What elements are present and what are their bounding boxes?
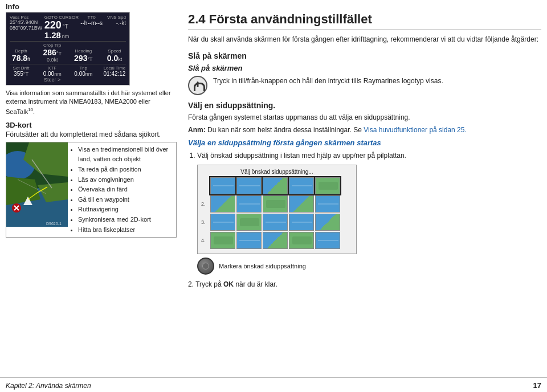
device-note: Visa information som sammanställts i det… xyxy=(6,89,177,116)
valj-desc: Första gången systemet startas uppmanas … xyxy=(188,112,541,122)
step2-text: 2. Tryck på OK när du är klar. xyxy=(188,279,541,289)
screen-mock: Välj önskad siduppsättning... 2.3.4. xyxy=(197,165,357,254)
screen-cell[interactable] xyxy=(210,214,235,231)
main-content: Vess Pos 25°45'.940N080°09'.71BW GOTO CU… xyxy=(0,12,547,377)
screen-cell[interactable] xyxy=(236,195,262,213)
step2-bold: OK xyxy=(223,280,234,288)
screen-cell[interactable] xyxy=(289,214,314,231)
power-symbol xyxy=(193,80,203,91)
trip-unit: nm xyxy=(85,71,93,77)
screen-cell[interactable] xyxy=(236,214,262,231)
scroll-wheel-inner xyxy=(202,263,209,270)
page-title: Info xyxy=(0,0,547,12)
set-drift-val: 355 xyxy=(14,71,23,77)
screen-cell[interactable] xyxy=(315,232,340,249)
map-features-box: D9620-1 Visa en tredimensionell bild öve… xyxy=(6,142,177,238)
xtf-label: XTF xyxy=(41,66,64,71)
screen-cell[interactable] xyxy=(210,232,235,249)
screen-cell[interactable] xyxy=(289,232,314,249)
scroll-label: Markera önskad siduppsättning xyxy=(219,263,306,270)
val-kt: -.-kt xyxy=(107,20,126,26)
device-display: Vess Pos 25°45'.940N080°09'.71BW GOTO CU… xyxy=(6,12,130,85)
3d-sub: Förutsätter att du kompletterat med såda… xyxy=(6,130,177,138)
xtf-val: 0.00 xyxy=(43,71,54,77)
screen-cell[interactable] xyxy=(210,195,235,213)
3d-section: 3D-kort Förutsätter att du kompletterat … xyxy=(6,121,177,238)
map-svg: D9620-1 xyxy=(6,142,68,227)
screen-header: Välj önskad siduppsättning... xyxy=(201,169,353,175)
step2-rest: när du är klar. xyxy=(235,280,277,288)
depth-label: Depth xyxy=(10,48,32,54)
slaa-italic: Slå på skärmen xyxy=(188,64,541,72)
step2-prefix: 2. xyxy=(188,280,195,288)
screen-cell[interactable] xyxy=(289,195,314,213)
feature-item: Ta reda på din position xyxy=(78,165,173,175)
trip-val: 0.00 xyxy=(74,71,85,77)
section-header: 2.4 Första användningstillfället xyxy=(188,12,541,30)
3d-title: 3D-kort xyxy=(6,121,177,129)
screen-row-num: 3. xyxy=(201,219,209,225)
device-note-sup: 10 xyxy=(28,107,33,112)
svg-rect-22 xyxy=(240,218,259,226)
svg-rect-27 xyxy=(292,236,312,244)
screen-cell[interactable] xyxy=(315,195,340,213)
crop-trp-label: Crop Trp xyxy=(41,43,64,48)
valj-title: Välj en siduppsättning. xyxy=(188,101,541,110)
vns-spd-label: VNS Spd xyxy=(107,15,126,20)
screen-row: 3. xyxy=(201,214,353,231)
heading-unit: °T xyxy=(87,56,92,62)
step-1: Välj önskad siduppsättning i listan med … xyxy=(197,150,541,161)
screen-row: 2. xyxy=(201,195,353,213)
crop-unit: °T xyxy=(56,51,62,56)
screen-row-num: 2. xyxy=(201,201,209,207)
screen-cell[interactable] xyxy=(263,177,288,194)
slaa-title: Slå på skärmen xyxy=(188,51,541,60)
set-drift-unit: °T xyxy=(23,71,28,77)
feature-item: Visa en tredimensionell bild över land, … xyxy=(78,145,173,165)
feature-item: Hitta bra fiskeplatser xyxy=(78,225,173,235)
feature-item: Övervaka din färd xyxy=(78,185,173,195)
screen-cell[interactable] xyxy=(315,177,340,194)
screen-cell[interactable] xyxy=(263,232,288,249)
scroll-wheel[interactable] xyxy=(197,258,214,275)
heading-val: 293 xyxy=(74,54,87,63)
heading-label: Heading xyxy=(72,48,95,54)
screen-row-num: 4. xyxy=(201,238,209,243)
feature-item: Läs av omgivningen xyxy=(78,175,173,185)
scroll-control: Markera önskad siduppsättning xyxy=(197,258,541,275)
screen-grid: 2.3.4. xyxy=(201,177,353,249)
tt0-label: TT0 xyxy=(80,15,103,20)
unit-nm: nm xyxy=(62,34,70,39)
footer-left: Kapitel 2: Använda skärmen xyxy=(6,382,91,390)
screen-row: 4. xyxy=(201,232,353,249)
steer: Steer > xyxy=(41,77,64,83)
screen-cell[interactable] xyxy=(263,195,288,213)
page-footer: Kapitel 2: Använda skärmen 17 xyxy=(0,377,547,392)
italic-section-title: Välja en siduppsättning första gången sk… xyxy=(188,138,541,147)
features-list: Visa en tredimensionell bild över land, … xyxy=(68,142,176,237)
screen-cell[interactable] xyxy=(315,214,340,231)
anm-label: Anm: xyxy=(188,126,206,134)
screen-cell[interactable] xyxy=(289,177,314,194)
trip-label: Trip xyxy=(72,66,95,71)
screen-cell[interactable] xyxy=(263,214,288,231)
depth-unit: ft xyxy=(27,56,30,62)
feature-item: Synkronisera med 2D-kort xyxy=(78,215,173,225)
screen-cell[interactable] xyxy=(236,232,262,249)
anm-link[interactable]: Visa huvudfunktioner på sidan 25. xyxy=(364,126,467,134)
val-220: 220 xyxy=(44,20,62,30)
local-time-val: 01:42:12 xyxy=(103,71,126,77)
feature-item: Gå till en waypoint xyxy=(78,195,173,205)
local-time-label: Local Time xyxy=(103,66,126,71)
page-container: Info Vess Pos 25°45'.940N080°09'.71BW GO… xyxy=(0,0,547,392)
svg-rect-17 xyxy=(319,182,338,190)
svg-text:D9620-1: D9620-1 xyxy=(46,222,62,226)
power-button-icon xyxy=(188,76,207,95)
svg-rect-25 xyxy=(214,236,233,244)
screen-cell[interactable] xyxy=(210,177,235,194)
intro-text: När du skall använda skärmen för första … xyxy=(188,34,541,44)
xtf-unit: nm xyxy=(54,71,62,77)
screen-cell[interactable] xyxy=(236,177,262,194)
val-128: 1.28 xyxy=(44,30,61,40)
val-dashes: --h--m--s xyxy=(80,20,103,26)
